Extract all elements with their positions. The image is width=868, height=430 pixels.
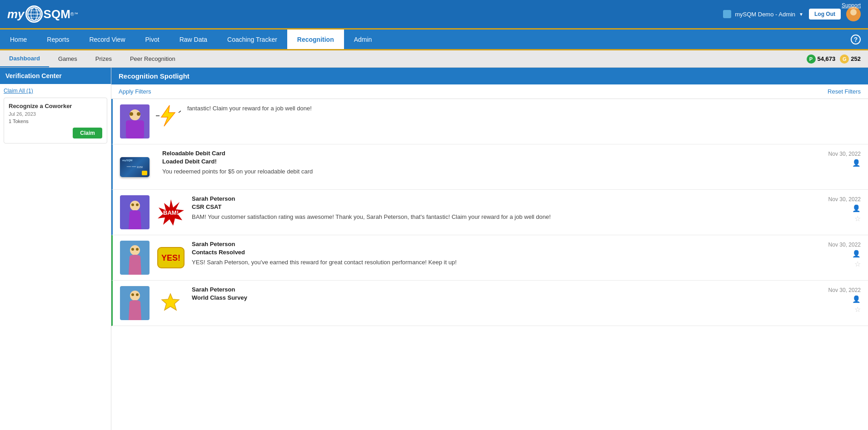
help-button[interactable]: ? (843, 30, 868, 49)
rec-name-3: Sarah Peterson (192, 241, 861, 247)
sub-nav-prizes[interactable]: Prizes (86, 50, 121, 67)
reset-filters-link[interactable]: Reset Filters (828, 88, 861, 95)
rec-date-3: Nov 30, 2022 (828, 242, 861, 248)
debit-card-icon: mySQM **** **** 3150 (120, 157, 150, 177)
rec-avatar-4 (120, 286, 150, 320)
rec-name-4: Sarah Peterson (192, 286, 861, 293)
sidebar-header: Verification Center (0, 68, 111, 84)
verification-card: Recognize a Coworker Jul 26, 2023 1 Toke… (4, 98, 107, 143)
svg-point-26 (130, 291, 140, 301)
rec-avatar-1: mySQM **** **** 3150 (120, 150, 150, 184)
nav-home[interactable]: Home (0, 30, 37, 49)
star-icon-4[interactable]: ☆ (854, 305, 861, 314)
p-value: 54,673 (818, 55, 836, 62)
svg-point-28 (136, 293, 139, 296)
nav-raw-data[interactable]: Raw Data (170, 30, 217, 49)
svg-line-15 (179, 110, 181, 113)
svg-marker-13 (161, 105, 175, 126)
nav-admin[interactable]: Admin (344, 30, 382, 49)
rec-avatar-2 (120, 195, 150, 229)
rec-badge-0 (156, 104, 181, 127)
rec-name-1: Reloadable Debit Card (162, 150, 861, 157)
rec-badge-2: BAM! (156, 195, 185, 229)
claim-button[interactable]: Claim (73, 128, 102, 138)
star-icon-2[interactable]: ☆ (854, 214, 861, 223)
rec-content-3: Sarah Peterson Contacts Resolved YES! Sa… (192, 241, 861, 275)
svg-point-22 (131, 248, 134, 251)
card-footer: Claim (9, 128, 102, 138)
rec-desc-3: YES! Sarah Peterson, you've earned this … (192, 258, 861, 267)
apply-filters-link[interactable]: Apply Filters (119, 88, 151, 95)
rec-desc-0: fantastic! Claim your reward for a job w… (187, 104, 861, 113)
svg-point-6 (848, 16, 859, 21)
main-layout: Verification Center Claim All (1) Recogn… (0, 68, 868, 430)
nav-coaching-tracker[interactable]: Coaching Tracker (217, 30, 287, 49)
svg-point-18 (136, 203, 139, 206)
rec-content-2: Sarah Peterson CSR CSAT BAM! Your custom… (192, 195, 861, 229)
rec-entry-4: Sarah Peterson World Class Survey Nov 30… (111, 281, 868, 326)
avatar (846, 7, 861, 21)
person-icon-3: 👤 (852, 250, 861, 258)
p-circle: P (807, 54, 816, 64)
sub-nav-peer-recognition[interactable]: Peer Recognition (121, 50, 185, 67)
rec-entry-3: YES! Sarah Peterson Contacts Resolved YE… (111, 235, 868, 281)
svg-text:YES!: YES! (161, 253, 180, 262)
nav-record-view[interactable]: Record View (79, 30, 135, 49)
points-area: P 54,673 G 252 (799, 50, 868, 67)
content-area: Recognition Spotlight Apply Filters Rese… (111, 68, 868, 430)
svg-point-11 (130, 112, 133, 116)
nav-recognition[interactable]: Recognition (287, 30, 344, 49)
logo-sqm: SQM (44, 7, 70, 21)
rec-title-1: Loaded Debit Card! (162, 158, 861, 165)
svg-point-23 (136, 248, 139, 251)
rec-meta-2: Nov 30, 2022 👤 ☆ (828, 196, 861, 223)
filter-bar: Apply Filters Reset Filters (111, 84, 868, 99)
top-bar: my SQM ® ™ Support mySQM Demo - Admin ▼ … (0, 0, 868, 30)
rec-avatar-3 (120, 241, 150, 275)
rec-name-2: Sarah Peterson (192, 195, 861, 202)
rec-desc-2: BAM! Your customer satisfaction rating w… (192, 213, 861, 221)
rec-entry-0: fantastic! Claim your reward for a job w… (111, 99, 868, 144)
card-title: Recognize a Coworker (9, 103, 102, 109)
rec-badge-4 (156, 286, 185, 320)
svg-point-21 (130, 245, 140, 255)
g-points-badge: G 252 (840, 54, 861, 64)
svg-text:BAM!: BAM! (163, 209, 179, 216)
rec-title-3: Contacts Resolved (192, 249, 861, 256)
top-right: mySQM Demo - Admin ▼ Log Out (723, 7, 861, 21)
rec-date-2: Nov 30, 2022 (828, 196, 861, 203)
logout-button[interactable]: Log Out (809, 9, 841, 20)
user-icon (723, 10, 731, 18)
support-link-area: Support (842, 2, 861, 9)
rec-badge-3: YES! (156, 241, 185, 275)
logo-tm: ™ (74, 12, 78, 16)
claim-all-link[interactable]: Claim All (1) (4, 88, 107, 94)
person-icon-1: 👤 (852, 159, 861, 167)
svg-point-5 (850, 9, 857, 15)
person-icon-4: 👤 (852, 295, 861, 303)
rec-meta-1: Nov 30, 2022 👤 (828, 151, 861, 167)
sub-nav-dashboard[interactable]: Dashboard (0, 50, 49, 67)
nav-pivot[interactable]: Pivot (135, 30, 170, 49)
nav-reports[interactable]: Reports (37, 30, 79, 49)
sub-nav-games[interactable]: Games (49, 50, 86, 67)
logo-globe (25, 5, 43, 23)
sidebar-scroll[interactable]: Claim All (1) Recognize a Coworker Jul 2… (0, 84, 111, 430)
sidebar: Verification Center Claim All (1) Recogn… (0, 68, 111, 430)
svg-text:?: ? (854, 36, 858, 43)
recognition-spotlight-header: Recognition Spotlight (111, 68, 868, 84)
svg-point-16 (130, 201, 140, 211)
svg-point-17 (131, 203, 134, 206)
sub-nav: Dashboard Games Prizes Peer Recognition … (0, 50, 868, 68)
rec-title-2: CSR CSAT (192, 203, 861, 210)
svg-point-12 (137, 112, 140, 116)
star-icon-3[interactable]: ☆ (854, 260, 861, 268)
spotlight-body[interactable]: Apply Filters Reset Filters (111, 84, 868, 430)
support-link[interactable]: Support (842, 2, 861, 9)
card-tokens: 1 Tokens (9, 119, 102, 124)
p-points-badge: P 54,673 (807, 54, 836, 64)
svg-point-1 (31, 8, 37, 20)
dropdown-arrow-user[interactable]: ▼ (799, 12, 803, 17)
rec-avatar-0 (120, 104, 150, 138)
rec-date-4: Nov 30, 2022 (828, 287, 861, 293)
